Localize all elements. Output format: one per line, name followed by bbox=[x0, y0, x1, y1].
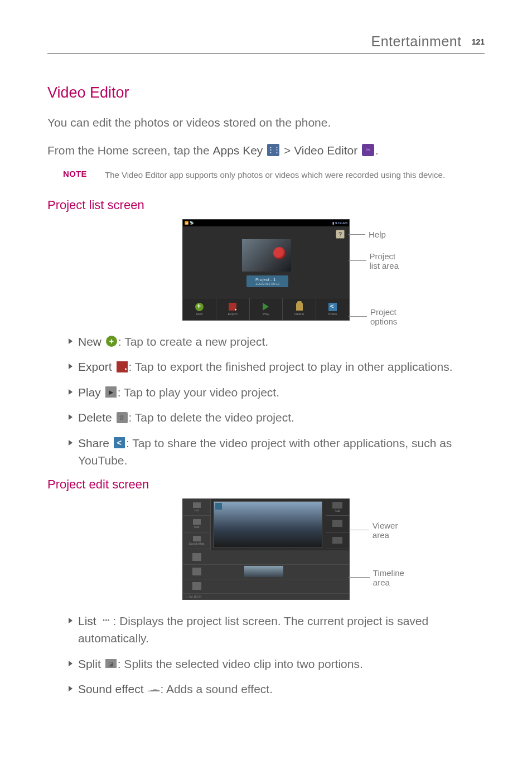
share-icon bbox=[114, 437, 125, 448]
timeline-row[interactable] bbox=[183, 579, 349, 594]
bullet-marker-icon bbox=[69, 661, 72, 666]
share-icon bbox=[328, 303, 337, 311]
bullet-delete: Delete : Tap to delete the video project… bbox=[69, 409, 485, 427]
add-icon bbox=[332, 502, 342, 509]
export-icon bbox=[117, 361, 128, 372]
video-editor-label: Video Editor bbox=[294, 144, 357, 157]
bullet-marker-icon bbox=[69, 414, 72, 420]
toolbar-play-label: Play bbox=[263, 312, 269, 316]
rside-add-label: Add bbox=[335, 509, 340, 512]
status-left: 📶 📡 bbox=[185, 221, 194, 225]
side-split[interactable]: Split bbox=[183, 516, 210, 532]
callout-list-area-label: Project list area bbox=[370, 251, 406, 270]
bullet-split-lead: Split bbox=[78, 657, 101, 670]
timeline-row[interactable] bbox=[183, 550, 349, 565]
bullet-export: Export : Tap to export the finished proj… bbox=[69, 358, 485, 376]
callout-options: Project options bbox=[349, 307, 407, 326]
timeline-clip[interactable] bbox=[244, 566, 283, 577]
callout-help: Help bbox=[349, 230, 386, 239]
side-split-label: Split bbox=[194, 525, 200, 529]
nav-suffix: . bbox=[375, 144, 379, 157]
project-date: 1/22/2013 09:19 bbox=[255, 282, 279, 285]
nav-sep: > bbox=[280, 144, 294, 157]
toolbar-share[interactable]: Share bbox=[316, 298, 349, 320]
bullet-sound-body: : Adds a sound effect. bbox=[160, 682, 273, 695]
project-edit-bullets: List : Displays the project list screen.… bbox=[47, 612, 485, 698]
bullet-share-body: : Tap to share the video project with ot… bbox=[78, 437, 452, 467]
note-body: The Video Editor app supports only photo… bbox=[105, 169, 445, 181]
bullet-list-lead: List bbox=[78, 614, 96, 627]
side-sound[interactable]: Sound effect bbox=[183, 532, 210, 549]
note: NOTE The Video Editor app supports only … bbox=[47, 169, 485, 181]
toolbar-new-label: New bbox=[196, 312, 202, 316]
generic-icon bbox=[332, 520, 342, 527]
callout-help-label: Help bbox=[369, 230, 386, 239]
bullet-share: Share : Tap to share the video project w… bbox=[69, 434, 485, 469]
side-sound-label: Sound effect bbox=[189, 542, 205, 545]
status-bar: 📶 📡 ▮ 9:19 AM bbox=[183, 220, 349, 226]
bullet-marker-icon bbox=[69, 440, 72, 446]
toolbar-share-label: Share bbox=[328, 312, 337, 316]
play-icon bbox=[263, 303, 269, 311]
generic-icon bbox=[332, 537, 342, 544]
toolbar-export[interactable]: Export bbox=[216, 298, 250, 320]
timeline-track-icon bbox=[192, 582, 201, 590]
project-edit-screenshot: List Split Sound effect Add ♫ No BGM bbox=[182, 498, 350, 600]
bullet-marker-icon bbox=[69, 686, 72, 691]
bullet-marker-icon bbox=[69, 364, 72, 369]
project-thumbnail[interactable] bbox=[242, 239, 291, 272]
bullet-marker-icon bbox=[69, 338, 72, 344]
bullet-export-lead: Export bbox=[78, 360, 112, 373]
bullet-sound: Sound effect : Adds a sound effect. bbox=[69, 680, 485, 698]
viewer-area bbox=[214, 501, 322, 548]
toolbar-new[interactable]: New bbox=[183, 298, 216, 320]
toolbar-delete[interactable]: Delete bbox=[283, 298, 316, 320]
bullet-list-body: : Displays the project list screen. The … bbox=[78, 614, 428, 645]
project-toolbar: New Export Play Delete Share bbox=[183, 298, 349, 320]
list-icon bbox=[101, 617, 112, 624]
new-icon bbox=[195, 303, 204, 311]
split-icon bbox=[105, 659, 117, 668]
side-list[interactable]: List bbox=[183, 499, 210, 516]
bullet-sound-lead: Sound effect bbox=[78, 682, 144, 695]
bullet-export-body: : Tap to export the finished project to … bbox=[129, 360, 453, 373]
rside-item2[interactable] bbox=[326, 516, 349, 532]
callout-viewer-label: Viewer area bbox=[373, 521, 405, 540]
delete-icon bbox=[117, 412, 128, 423]
section-title: Entertainment bbox=[371, 33, 462, 50]
page-number: 121 bbox=[472, 37, 485, 46]
section-heading-project-list: Project list screen bbox=[47, 198, 485, 212]
help-button[interactable]: ? bbox=[336, 230, 345, 239]
edit-right-sidebar: Add bbox=[326, 499, 349, 549]
bullet-split: Split : Splits the selected video clip i… bbox=[69, 655, 485, 673]
status-right: ▮ 9:19 AM bbox=[332, 221, 347, 225]
project-name: Project - 1 bbox=[255, 277, 275, 282]
bullet-new: New : Tap to create a new project. bbox=[69, 333, 485, 351]
timeline-row[interactable] bbox=[183, 565, 349, 579]
new-icon bbox=[106, 336, 117, 347]
apps-key-label: Apps Key bbox=[212, 144, 263, 157]
list-icon bbox=[193, 502, 201, 508]
rside-item3[interactable] bbox=[326, 532, 349, 549]
delete-icon bbox=[296, 303, 303, 311]
project-label: Project - 1 1/22/2013 09:19 bbox=[246, 275, 288, 287]
note-label: NOTE bbox=[63, 169, 105, 181]
side-list-label: List bbox=[195, 509, 199, 512]
rside-add[interactable]: Add bbox=[326, 499, 349, 516]
toolbar-export-label: Export bbox=[228, 312, 238, 316]
section-heading-project-edit: Project edit screen bbox=[47, 477, 485, 492]
callout-options-label: Project options bbox=[370, 307, 407, 326]
timeline-track-icon bbox=[192, 568, 201, 575]
callout-timeline-label: Timeline area bbox=[373, 568, 411, 587]
page-title: Video Editor bbox=[47, 84, 485, 101]
bullet-delete-lead: Delete bbox=[78, 411, 112, 424]
nav-prefix: From the Home screen, tap the bbox=[47, 144, 212, 157]
toolbar-play[interactable]: Play bbox=[250, 298, 283, 320]
bgm-label: ♫ No BGM bbox=[185, 595, 201, 598]
bullet-split-body: : Splits the selected video clip into tw… bbox=[118, 657, 363, 670]
timeline-area: ♫ No BGM bbox=[183, 550, 349, 599]
bullet-list: List : Displays the project list screen.… bbox=[69, 612, 485, 647]
callout-viewer: Viewer area bbox=[349, 521, 405, 540]
toolbar-delete-label: Delete bbox=[294, 312, 304, 316]
split-icon bbox=[193, 519, 201, 525]
